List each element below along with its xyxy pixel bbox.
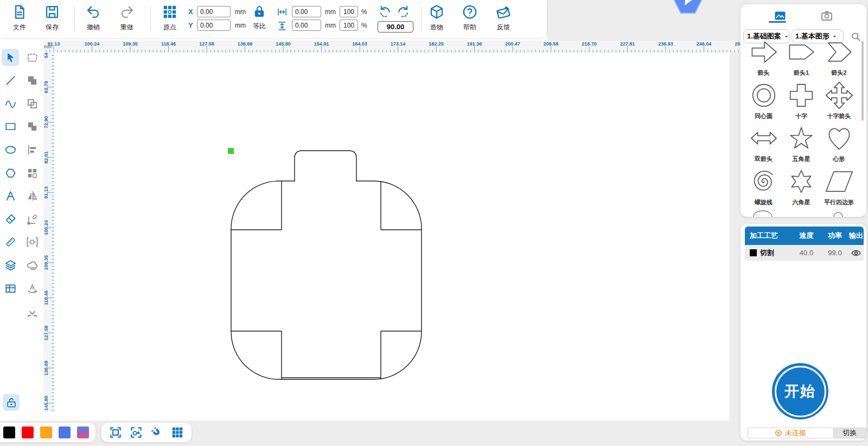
canvas-lock-button[interactable] [3, 394, 20, 411]
svg-text:246.04: 246.04 [697, 41, 712, 47]
start-button[interactable]: 开始 [772, 363, 828, 419]
process-row[interactable]: 切割40.099.0 [745, 245, 864, 261]
tool-offset[interactable] [23, 256, 41, 274]
x-axis-label: X [188, 8, 193, 16]
origin-label: 原点 [158, 23, 182, 32]
shape-spiral[interactable]: 螺旋线 [745, 167, 782, 206]
height-input[interactable] [292, 20, 321, 31]
tool-collapse[interactable] [23, 303, 41, 320]
connection-bar: 未连接 切换 [747, 428, 866, 438]
connection-status[interactable]: 未连接 [748, 428, 833, 438]
swatch-4a78e8[interactable] [59, 426, 71, 438]
shape-concentric[interactable]: 同心圆 [745, 81, 782, 120]
file-button[interactable]: 文件 [8, 4, 31, 32]
library-scrollbar[interactable] [861, 41, 864, 121]
svg-text:236.93: 236.93 [658, 41, 673, 47]
shape-cross[interactable]: 十字 [783, 81, 820, 120]
feedback-button[interactable]: 反馈 [492, 4, 515, 32]
save-button[interactable]: 保存 [40, 4, 64, 32]
layer-color-swatch[interactable] [750, 249, 757, 256]
rotate-ccw-icon[interactable] [378, 4, 392, 21]
width-percent-input[interactable] [340, 6, 358, 17]
frame-tool-icon[interactable] [108, 425, 123, 439]
shape-parallelogram[interactable]: 平行四边形 [820, 167, 858, 206]
tool-align[interactable] [23, 141, 41, 158]
feedback-icon [492, 4, 515, 22]
tool-intersect[interactable] [23, 118, 41, 135]
app-window: 91.13100.24109.35118.46127.58136.69145.8… [0, 0, 868, 446]
tab-camera[interactable] [820, 9, 833, 23]
tool-layers[interactable] [2, 256, 19, 274]
x-position-input[interactable] [197, 6, 231, 17]
tool-distribute[interactable] [23, 234, 41, 251]
process-panel: 加工工艺 速度 功率 输出 切割40.099.0 开始 未连接 切换 [741, 224, 866, 441]
rotation-angle-input[interactable]: 90.00 [378, 21, 413, 33]
tool-clone[interactable] [23, 95, 41, 112]
tool-ellipse[interactable] [2, 141, 19, 158]
aspect-ratio-lock-button[interactable]: 等比 [247, 4, 271, 31]
tool-union[interactable] [23, 72, 41, 89]
tool-select[interactable] [2, 49, 19, 66]
shape-arrow[interactable]: 箭头 [745, 37, 782, 77]
shape-star6[interactable]: 六角星 [783, 167, 820, 206]
connection-status-label: 未连接 [785, 428, 806, 438]
svg-text:209.59: 209.59 [544, 41, 559, 47]
tool-marquee[interactable] [23, 49, 41, 66]
tool-eraser[interactable] [2, 210, 19, 228]
vertical-ruler: 54.6863.7972.9082.0191.13100.24109.35118… [43, 53, 54, 412]
y-position-input[interactable] [197, 20, 231, 31]
svg-text:63.79: 63.79 [43, 81, 49, 94]
grid-toggle-icon[interactable] [170, 425, 184, 439]
svg-text:182.25: 182.25 [429, 41, 444, 47]
swatch-gradient[interactable] [77, 426, 89, 438]
svg-text:191.36: 191.36 [467, 41, 482, 47]
height-percent-input[interactable] [340, 20, 358, 31]
ruler-unit-label: mm [44, 44, 52, 49]
save-icon [40, 4, 64, 22]
left-tool-panel [0, 38, 42, 421]
shape-arrow2[interactable]: 箭头2 [820, 37, 858, 77]
tool-line[interactable] [2, 72, 19, 89]
svg-text:100.24: 100.24 [85, 41, 100, 47]
undo-button[interactable]: 撤销 [81, 4, 105, 32]
tool-node-edit[interactable] [23, 210, 41, 228]
shape-star5[interactable]: 五角星 [783, 124, 820, 163]
toolbar-separator [150, 7, 151, 31]
tool-text-path[interactable] [23, 280, 41, 297]
shape-heart[interactable]: 心形 [820, 124, 858, 163]
tool-arrange[interactable] [23, 164, 41, 182]
design-shape[interactable] [231, 151, 422, 379]
shape-double-arrow[interactable]: 双箭头 [745, 124, 782, 163]
col-speed: 速度 [792, 231, 821, 241]
selection-marker[interactable] [228, 148, 234, 154]
help-button[interactable]: 帮助 [458, 4, 482, 32]
swatch-ffa413[interactable] [40, 426, 52, 438]
eye-icon[interactable] [848, 248, 864, 258]
tool-array[interactable] [2, 280, 19, 297]
tool-text[interactable] [2, 188, 19, 205]
svg-text:200.47: 200.47 [505, 41, 520, 47]
width-input[interactable] [292, 6, 321, 17]
fit-view-icon[interactable] [129, 425, 143, 439]
switch-device-button[interactable]: 切换 [833, 428, 866, 438]
shape-arrow1[interactable]: 箭头1 [783, 37, 820, 77]
ratio-label: 等比 [247, 22, 271, 31]
tool-measure[interactable] [2, 234, 19, 251]
swatch-000000[interactable] [3, 426, 15, 438]
tool-flip[interactable] [23, 188, 41, 205]
tool-rectangle[interactable] [2, 118, 19, 135]
swatch-fb0008[interactable] [22, 426, 34, 438]
shape-cross-arrow[interactable]: 十字箭头 [820, 81, 858, 120]
assistant-badge[interactable] [674, 0, 702, 14]
tool-curve[interactable] [2, 95, 19, 112]
create-button[interactable]: 造物 [425, 4, 449, 32]
redo-button[interactable]: 重做 [115, 4, 139, 32]
origin-button[interactable]: 原点 [158, 4, 182, 32]
partial-next-row-shape [749, 209, 776, 217]
height-arrow-icon [277, 21, 288, 34]
process-table-rows: 切割40.099.0 [745, 245, 864, 261]
snap-magnet-icon[interactable] [150, 425, 164, 439]
tool-polygon[interactable] [2, 164, 19, 182]
svg-text:82.01: 82.01 [43, 151, 49, 164]
rotate-cw-icon[interactable] [396, 4, 411, 21]
